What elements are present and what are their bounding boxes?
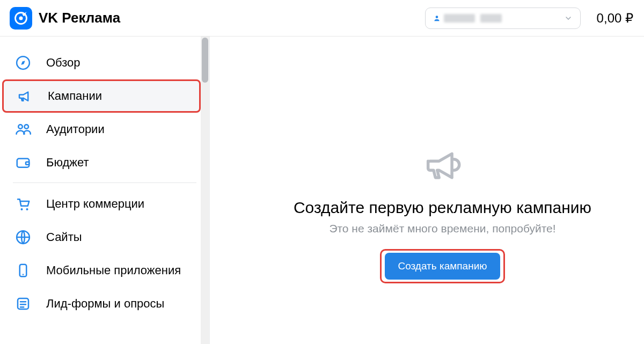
empty-state: Создайте первую рекламную кампанию Это н… <box>219 143 644 283</box>
sidebar-item-budget[interactable]: Бюджет <box>0 146 209 179</box>
sidebar-separator <box>13 182 196 183</box>
header: VK Реклама 0,00 ₽ <box>0 0 644 36</box>
main-area: Создайте первую рекламную кампанию Это н… <box>209 36 644 344</box>
svg-point-4 <box>18 125 23 129</box>
svg-rect-7 <box>26 162 29 165</box>
svg-point-12 <box>23 274 24 275</box>
main-panel: Создайте первую рекламную кампанию Это н… <box>219 46 644 344</box>
chevron-down-icon <box>564 14 573 23</box>
sidebar-item-label: Мобильные приложения <box>46 264 181 277</box>
sidebar-item-campaigns[interactable]: Кампании <box>2 79 201 113</box>
balance[interactable]: 0,00 ₽ <box>597 11 633 26</box>
cart-icon <box>14 195 32 213</box>
sidebar-item-label: Сайты <box>46 230 82 244</box>
sidebar-item-label: Бюджет <box>46 156 89 170</box>
app-logo[interactable]: VK Реклама <box>10 7 120 30</box>
svg-rect-6 <box>17 159 30 167</box>
account-id-redacted <box>480 14 502 23</box>
sidebar-item-label: Центр коммерции <box>46 197 144 211</box>
wallet-icon <box>14 153 32 172</box>
globe-icon <box>14 228 32 246</box>
account-selector[interactable] <box>425 8 581 29</box>
sidebar-item-label: Обзор <box>46 56 80 70</box>
sidebar-item-label: Кампании <box>48 89 102 103</box>
create-campaign-button[interactable]: Создать кампанию <box>385 253 500 280</box>
sidebar-item-lead-forms[interactable]: Лид-формы и опросы <box>0 287 209 320</box>
sidebar-item-label: Лид-формы и опросы <box>46 297 164 311</box>
svg-point-5 <box>25 125 29 129</box>
svg-point-2 <box>435 16 438 18</box>
svg-point-8 <box>21 208 23 210</box>
create-button-highlight: Создать кампанию <box>380 249 504 283</box>
sidebar-item-label: Аудитории <box>46 122 105 136</box>
compass-icon <box>14 54 32 72</box>
scrollbar-thumb[interactable] <box>202 38 208 83</box>
users-icon <box>14 120 32 138</box>
app-logo-icon <box>10 7 32 30</box>
scrollbar-track[interactable] <box>201 36 209 344</box>
body: Обзор Кампании Аудитории Бюджет Це <box>0 36 644 344</box>
person-icon <box>433 14 441 22</box>
empty-title: Создайте первую рекламную кампанию <box>294 199 591 217</box>
sidebar-item-commerce[interactable]: Центр коммерции <box>0 187 209 221</box>
mobile-icon <box>14 261 32 280</box>
empty-subtitle: Это не займёт много времени, попробуйте! <box>329 222 555 235</box>
sidebar-item-audiences[interactable]: Аудитории <box>0 113 209 146</box>
form-icon <box>14 295 32 313</box>
sidebar-item-overview[interactable]: Обзор <box>0 46 209 79</box>
svg-point-9 <box>26 208 28 210</box>
account-name-redacted <box>444 14 475 23</box>
megaphone-large-icon <box>421 143 465 187</box>
megaphone-icon <box>16 87 34 105</box>
app-title: VK Реклама <box>39 10 120 26</box>
sidebar-item-sites[interactable]: Сайты <box>0 221 209 254</box>
svg-point-1 <box>19 16 23 20</box>
sidebar-item-mobile-apps[interactable]: Мобильные приложения <box>0 254 209 287</box>
sidebar: Обзор Кампании Аудитории Бюджет Це <box>0 36 209 344</box>
